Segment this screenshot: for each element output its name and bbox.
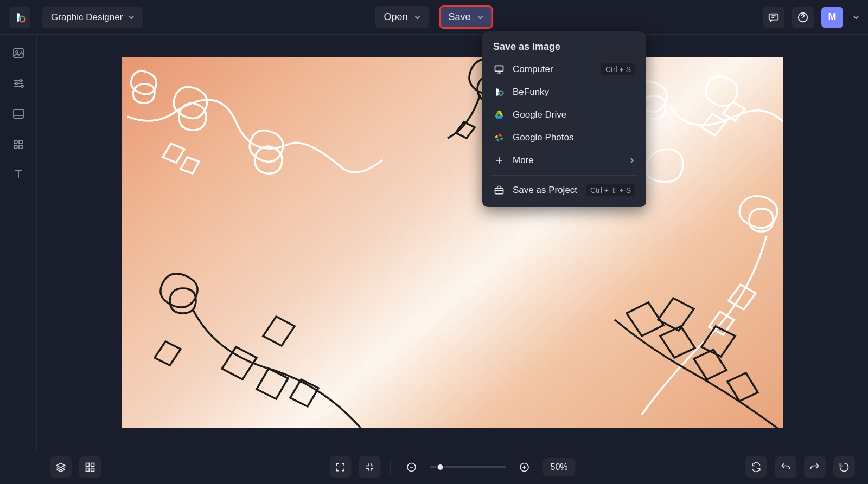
svg-rect-1 (769, 14, 778, 20)
menu-item-label: Computer (513, 64, 553, 75)
menu-item-label: Google Photos (513, 132, 573, 143)
zoom-slider[interactable] (430, 466, 506, 468)
zoom-level[interactable]: 50% (542, 458, 575, 476)
svg-point-11 (14, 145, 17, 149)
sidebar-text[interactable] (11, 167, 26, 182)
chevron-down-icon (414, 14, 421, 21)
befunky-icon (493, 86, 505, 98)
sliders-icon (12, 77, 25, 90)
open-label: Open (384, 11, 407, 23)
canvas[interactable] (122, 57, 783, 428)
svg-point-5 (20, 80, 22, 82)
separator (390, 460, 391, 475)
chevron-down-icon (128, 14, 135, 21)
save-befunky[interactable]: BeFunky (488, 81, 641, 104)
image-icon (12, 47, 25, 60)
grid-button[interactable] (79, 456, 101, 478)
sync-icon (751, 462, 762, 473)
fit-button[interactable] (359, 456, 380, 478)
canvas-area (37, 35, 868, 450)
minus-icon (406, 462, 417, 473)
svg-point-7 (21, 85, 23, 87)
svg-point-6 (15, 82, 17, 85)
gphotos-icon (493, 132, 505, 144)
app-logo[interactable] (9, 7, 30, 28)
shortcut-label: Ctrl + ⇧ + S (586, 184, 635, 196)
svg-point-0 (20, 16, 25, 22)
chevron-down-icon (477, 14, 484, 21)
zoom-out-button[interactable] (400, 456, 422, 478)
collapse-icon (364, 462, 375, 473)
grid-icon (85, 462, 95, 473)
reset-icon (839, 462, 850, 473)
save-google-drive[interactable]: Google Drive (488, 104, 641, 126)
redo-button[interactable] (804, 456, 826, 478)
sidebar-adjust[interactable] (11, 76, 26, 91)
plus-circle-icon (519, 462, 529, 473)
menu-item-label: Google Drive (513, 109, 566, 120)
layers-icon (55, 462, 66, 473)
save-label: Save (449, 11, 471, 23)
zoom-slider-thumb[interactable] (436, 463, 444, 471)
svg-rect-13 (495, 66, 503, 71)
layout-icon (12, 107, 25, 120)
save-dropdown-menu: Save as Image Computer Ctrl + S BeFunky … (482, 31, 646, 207)
menu-item-label: More (513, 155, 534, 166)
sidebar-image[interactable] (11, 46, 26, 61)
fullscreen-button[interactable] (329, 456, 351, 478)
chevron-right-icon (629, 157, 635, 164)
svg-rect-12 (19, 145, 22, 149)
save-computer[interactable]: Computer Ctrl + S (488, 58, 641, 81)
text-icon (12, 168, 25, 181)
gdrive-icon (493, 109, 505, 121)
svg-rect-19 (91, 468, 94, 472)
save-more[interactable]: More (488, 149, 641, 172)
avatar-initial: M (828, 11, 837, 23)
comments-button[interactable] (763, 7, 784, 28)
mode-label: Graphic Designer (51, 12, 123, 23)
monitor-icon (493, 63, 505, 75)
help-icon (797, 11, 809, 23)
open-button[interactable]: Open (375, 6, 429, 28)
briefcase-icon (493, 184, 505, 196)
menu-item-label: Save as Project (513, 185, 577, 196)
save-as-project[interactable]: Save as Project Ctrl + ⇧ + S (488, 179, 641, 202)
sync-button[interactable] (745, 456, 767, 478)
shapes-icon (12, 138, 25, 151)
svg-rect-16 (86, 463, 90, 467)
help-button[interactable] (792, 7, 814, 28)
svg-point-9 (14, 140, 17, 144)
svg-rect-8 (14, 109, 23, 118)
expand-icon (335, 462, 346, 473)
redo-icon (809, 462, 820, 473)
reset-button[interactable] (833, 456, 855, 478)
avatar[interactable]: M (821, 7, 843, 28)
menu-divider (491, 175, 637, 176)
menu-item-label: BeFunky (513, 87, 549, 98)
svg-rect-10 (19, 140, 22, 144)
shortcut-label: Ctrl + S (601, 63, 635, 75)
save-button[interactable]: Save (439, 5, 493, 29)
avatar-menu-chevron-icon[interactable] (853, 14, 859, 21)
comment-icon (768, 11, 780, 23)
sidebar-graphics[interactable] (11, 137, 26, 152)
undo-button[interactable] (775, 456, 796, 478)
save-google-photos[interactable]: Google Photos (488, 126, 641, 149)
svg-rect-18 (86, 468, 90, 472)
dropdown-header: Save as Image (488, 39, 641, 58)
svg-point-4 (16, 51, 18, 53)
layers-button[interactable] (50, 456, 72, 478)
undo-icon (780, 462, 791, 473)
mode-selector[interactable]: Graphic Designer (42, 7, 143, 28)
sidebar-layout[interactable] (11, 106, 26, 121)
plus-icon (493, 154, 505, 166)
svg-rect-17 (91, 463, 94, 467)
zoom-in-button[interactable] (513, 456, 535, 478)
